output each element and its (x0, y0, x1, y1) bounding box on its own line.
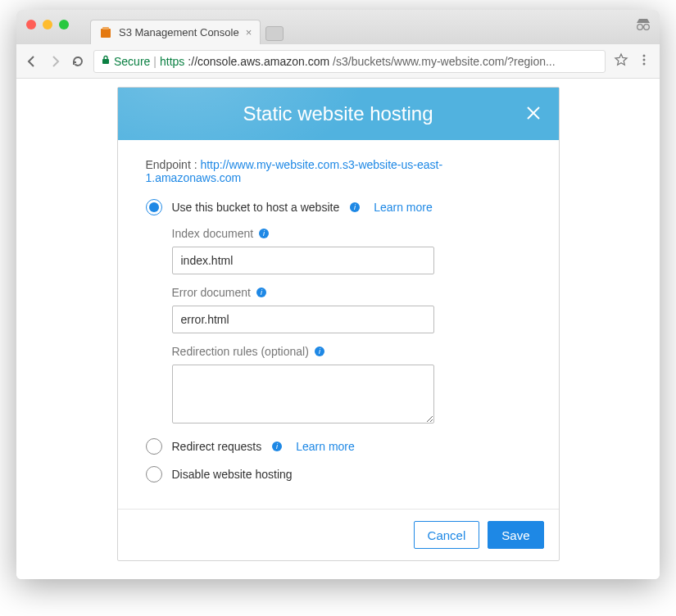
error-document-label: Error document (172, 286, 251, 299)
option-host-website[interactable]: Use this bucket to host a website i Lear… (146, 199, 531, 215)
maximize-window-button[interactable] (59, 20, 69, 29)
page-content: Static website hosting Endpoint : http:/… (16, 79, 660, 579)
info-icon[interactable]: i (258, 228, 270, 239)
browser-tab[interactable]: S3 Management Console × (90, 20, 261, 44)
tab-strip: S3 Management Console × (16, 10, 660, 44)
info-icon[interactable]: i (314, 346, 325, 357)
svg-point-5 (643, 54, 646, 57)
svg-rect-4 (102, 59, 109, 64)
s3-favicon-icon (99, 26, 112, 39)
window-controls (26, 20, 69, 29)
redirection-rules-label: Redirection rules (optional) (172, 345, 309, 358)
info-icon[interactable]: i (271, 441, 283, 452)
lock-icon (101, 55, 111, 67)
svg-rect-0 (101, 29, 111, 38)
radio-redirect-label: Redirect requests (172, 440, 262, 453)
radio-redirect[interactable] (146, 438, 162, 455)
panel-footer: Cancel Save (118, 509, 559, 560)
radio-host[interactable] (146, 199, 162, 215)
back-button[interactable] (25, 54, 39, 69)
browser-window: S3 Management Console × Secure | https:/… (16, 10, 660, 579)
error-document-field: Error documenti (172, 286, 531, 333)
svg-point-6 (643, 58, 646, 61)
url-host: ://console.aws.amazon.com (188, 55, 329, 68)
radio-disable-label: Disable website hosting (172, 468, 293, 481)
index-document-input[interactable] (172, 247, 434, 274)
panel-body: Endpoint : http://www.my-website.com.s3-… (118, 140, 559, 509)
incognito-icon (635, 18, 651, 34)
radio-host-label: Use this bucket to host a website (172, 201, 340, 214)
tab-title: S3 Management Console (119, 26, 239, 38)
panel-header: Static website hosting (118, 88, 559, 140)
panel-title: Static website hosting (243, 102, 433, 125)
static-hosting-panel: Static website hosting Endpoint : http:/… (117, 87, 560, 561)
svg-rect-1 (102, 27, 109, 29)
address-bar: Secure | https://console.aws.amazon.com/… (16, 44, 660, 79)
bookmark-star-icon[interactable] (614, 52, 628, 70)
menu-icon[interactable] (637, 52, 651, 70)
radio-disable[interactable] (146, 466, 162, 482)
svg-point-2 (637, 25, 643, 30)
url-input[interactable]: Secure | https://console.aws.amazon.com/… (93, 50, 606, 73)
close-window-button[interactable] (26, 20, 36, 29)
close-panel-icon[interactable] (523, 102, 544, 127)
secure-label: Secure (114, 55, 150, 68)
url-path: /s3/buckets/www.my-website.com/?region..… (333, 55, 556, 68)
option-redirect-requests[interactable]: Redirect requests i Learn more (146, 438, 531, 455)
url-scheme: https (160, 55, 184, 68)
index-document-field: Index documenti (172, 227, 531, 274)
svg-point-3 (644, 25, 650, 30)
new-tab-button[interactable] (265, 26, 284, 41)
info-icon[interactable]: i (349, 202, 361, 213)
learn-more-link[interactable]: Learn more (296, 440, 355, 453)
endpoint-row: Endpoint : http://www.my-website.com.s3-… (146, 158, 531, 184)
redirection-rules-input[interactable] (172, 365, 434, 424)
endpoint-label: Endpoint : (146, 158, 201, 171)
index-document-label: Index document (172, 227, 254, 240)
svg-point-7 (643, 62, 646, 65)
minimize-window-button[interactable] (43, 20, 52, 29)
option-disable-hosting[interactable]: Disable website hosting (146, 466, 531, 482)
close-tab-icon[interactable]: × (246, 26, 252, 38)
cancel-button[interactable]: Cancel (414, 521, 480, 549)
learn-more-link[interactable]: Learn more (374, 201, 433, 214)
reload-button[interactable] (70, 54, 85, 69)
info-icon[interactable]: i (256, 287, 267, 298)
error-document-input[interactable] (172, 306, 434, 333)
save-button[interactable]: Save (488, 521, 543, 549)
redirection-rules-field: Redirection rules (optional)i (172, 345, 531, 427)
forward-button[interactable] (48, 54, 62, 69)
